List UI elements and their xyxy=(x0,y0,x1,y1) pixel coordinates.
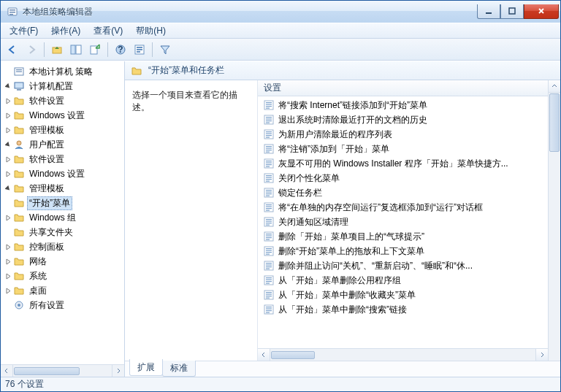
forward-button[interactable] xyxy=(23,41,40,58)
scroll-thumb[interactable] xyxy=(549,93,560,152)
list-item-label: 锁定任务栏 xyxy=(278,187,322,199)
tree-system[interactable]: 系统 xyxy=(4,269,125,283)
policy-item-icon xyxy=(264,275,274,285)
properties-button[interactable] xyxy=(131,41,148,58)
expand-icon[interactable] xyxy=(4,155,12,164)
svg-rect-40 xyxy=(266,146,272,147)
settings-list[interactable]: 将“搜索 Internet”链接添加到“开始”菜单退出系统时清除最近打开的文档的… xyxy=(258,96,548,348)
app-icon xyxy=(7,6,18,18)
expand-icon[interactable] xyxy=(4,286,12,295)
collapse-icon[interactable] xyxy=(4,82,12,91)
list-item[interactable]: 从「开始」菜单中删除“收藏夹”菜单 xyxy=(258,288,548,302)
expand-icon[interactable] xyxy=(4,272,12,280)
tree-u-windows[interactable]: Windows 设置 xyxy=(4,166,125,181)
show-hide-tree-button[interactable] xyxy=(67,41,85,58)
list-item[interactable]: 灰显不可用的 Windows Installer 程序「开始」菜单快捷方... xyxy=(258,156,548,171)
menu-action[interactable]: 操作(A) xyxy=(45,23,86,39)
folder-icon xyxy=(13,124,25,136)
minimize-button[interactable] xyxy=(477,4,500,19)
maximize-button[interactable] xyxy=(500,4,524,19)
list-item[interactable]: 从「开始」菜单删除公用程序组 xyxy=(258,273,548,288)
list-item[interactable]: 将“在单独的内存空间运行”复选框添加到“运行”对话框 xyxy=(258,200,548,215)
tree-start-menu[interactable]: “开始”菜单 xyxy=(4,196,125,210)
scroll-up-icon[interactable] xyxy=(549,80,560,93)
tree-win-components[interactable]: Windows 组 xyxy=(4,210,125,225)
nav-tree[interactable]: 本地计算机 策略 计算机配置 软件设置 Windows 设置 xyxy=(1,61,125,364)
tree-c-windows[interactable]: Windows 设置 xyxy=(4,108,125,123)
scroll-right-icon[interactable] xyxy=(535,349,548,361)
menu-help[interactable]: 帮助(H) xyxy=(130,23,172,39)
expand-icon[interactable] xyxy=(4,111,12,120)
svg-rect-48 xyxy=(266,166,270,167)
folder-icon xyxy=(13,255,25,267)
svg-rect-42 xyxy=(266,150,272,150)
expand-icon[interactable] xyxy=(4,257,12,266)
tree-root[interactable]: 本地计算机 策略 xyxy=(4,64,125,79)
tree-u-software[interactable]: 软件设置 xyxy=(4,152,125,166)
expand-icon[interactable] xyxy=(4,242,12,251)
svg-rect-25 xyxy=(266,102,272,103)
folder-icon xyxy=(13,226,25,238)
scroll-left-icon[interactable] xyxy=(258,349,270,361)
list-item[interactable]: 锁定任务栏 xyxy=(258,185,548,200)
tree-all-settings[interactable]: 所有设置 xyxy=(4,298,125,312)
list-item-label: 为新用户清除最近的程序列表 xyxy=(278,128,392,141)
tree-u-admin[interactable]: 管理模板 xyxy=(4,181,125,196)
collapse-icon[interactable] xyxy=(4,140,12,149)
policy-item-icon xyxy=(264,188,274,198)
vertical-scrollbar[interactable] xyxy=(548,80,560,361)
tree-control-panel[interactable]: 控制面板 xyxy=(4,239,125,254)
menu-view[interactable]: 查看(V) xyxy=(88,23,129,39)
list-item[interactable]: 将“注销”添加到「开始」菜单 xyxy=(258,142,548,156)
tab-extended[interactable]: 扩展 xyxy=(129,359,163,376)
policy-item-icon xyxy=(264,158,274,169)
up-button[interactable] xyxy=(48,41,66,58)
scroll-thumb[interactable] xyxy=(271,351,315,359)
title-bar[interactable]: 本地组策略编辑器 xyxy=(1,1,560,23)
tree-hscrollbar[interactable] xyxy=(1,364,124,377)
back-button[interactable] xyxy=(4,41,21,58)
list-item[interactable]: 关闭个性化菜单 xyxy=(258,171,548,185)
filter-button[interactable] xyxy=(156,41,174,58)
tree-network[interactable]: 网络 xyxy=(4,254,125,269)
expand-icon[interactable] xyxy=(4,169,12,178)
folder-icon xyxy=(13,270,25,282)
svg-rect-30 xyxy=(266,117,272,118)
expand-icon[interactable] xyxy=(4,126,12,134)
list-item[interactable]: 为新用户清除最近的程序列表 xyxy=(258,127,548,142)
svg-rect-8 xyxy=(76,45,81,54)
svg-rect-3 xyxy=(9,14,13,15)
svg-rect-1 xyxy=(9,9,15,11)
list-item[interactable]: 退出系统时清除最近打开的文档的历史 xyxy=(258,112,548,127)
tree-c-admin[interactable]: 管理模板 xyxy=(4,123,125,137)
folder-icon xyxy=(13,197,25,209)
list-item[interactable]: 删除并阻止访问“关机”、“重新启动”、“睡眠”和“休... xyxy=(258,258,548,273)
svg-rect-35 xyxy=(266,131,272,132)
svg-rect-77 xyxy=(266,252,272,253)
tree-shared-folders[interactable]: 共享文件夹 xyxy=(4,225,125,239)
list-item[interactable]: 删除「开始」菜单项目上的“气球提示” xyxy=(258,229,548,244)
list-item[interactable]: 删除“开始”菜单上的拖放和上下文菜单 xyxy=(258,244,548,258)
help-button[interactable]: ? xyxy=(112,41,129,58)
expand-icon[interactable] xyxy=(4,96,12,105)
list-header[interactable]: 设置 xyxy=(258,80,560,96)
tree-desktop[interactable]: 桌面 xyxy=(4,283,125,298)
svg-rect-31 xyxy=(266,119,272,120)
list-item[interactable]: 将“搜索 Internet”链接添加到“开始”菜单 xyxy=(258,98,548,112)
svg-rect-66 xyxy=(266,221,272,222)
expand-icon[interactable] xyxy=(4,213,12,222)
tree-c-software[interactable]: 软件设置 xyxy=(4,93,125,108)
horizontal-scrollbar[interactable] xyxy=(258,348,548,361)
tab-standard[interactable]: 标准 xyxy=(162,361,196,377)
close-button[interactable] xyxy=(524,4,559,19)
tree-user-config[interactable]: 用户配置 xyxy=(4,137,125,152)
list-item[interactable]: 关闭通知区域清理 xyxy=(258,215,548,229)
svg-rect-37 xyxy=(266,135,272,136)
list-item[interactable]: 从「开始」菜单中删除“搜索”链接 xyxy=(258,302,548,317)
svg-rect-83 xyxy=(266,269,270,269)
export-button[interactable] xyxy=(86,41,104,58)
tree-computer-config[interactable]: 计算机配置 xyxy=(4,79,125,93)
menu-file[interactable]: 文件(F) xyxy=(4,23,44,39)
svg-rect-85 xyxy=(266,277,272,278)
collapse-icon[interactable] xyxy=(4,184,12,193)
